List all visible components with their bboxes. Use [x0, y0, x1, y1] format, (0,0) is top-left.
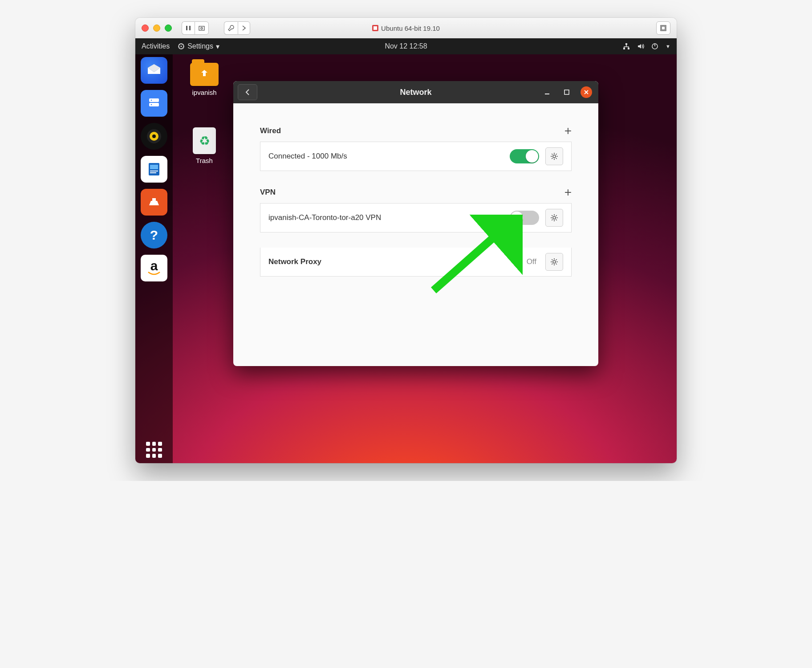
- network-proxy-row[interactable]: Network Proxy Off: [260, 248, 572, 277]
- close-icon[interactable]: [142, 24, 149, 32]
- svg-rect-5: [374, 26, 377, 30]
- maximize-button[interactable]: [561, 86, 572, 98]
- svg-rect-11: [623, 48, 625, 49]
- svg-rect-12: [628, 48, 629, 49]
- minimize-button[interactable]: [541, 86, 553, 98]
- menu-caret-icon[interactable]: ▼: [666, 44, 670, 49]
- svg-point-9: [181, 46, 182, 47]
- svg-point-29: [553, 216, 556, 219]
- svg-point-30: [553, 261, 556, 263]
- fullscreen-button[interactable]: [656, 21, 670, 35]
- dock-software[interactable]: [141, 189, 167, 216]
- wired-settings-button[interactable]: [545, 147, 563, 165]
- dock: ? a: [135, 54, 173, 463]
- proxy-row-label: Network Proxy: [268, 257, 520, 266]
- desktop-folder-label: ipvanish: [192, 89, 216, 96]
- dock-writer[interactable]: [141, 156, 167, 183]
- svg-rect-7: [662, 26, 665, 30]
- dock-amazon[interactable]: a: [141, 255, 167, 281]
- activities-button[interactable]: Activities: [142, 42, 170, 50]
- desktop-trash-label: Trash: [196, 157, 213, 164]
- minimize-icon[interactable]: [153, 24, 160, 32]
- svg-rect-1: [189, 26, 191, 30]
- ubuntu-desktop: Activities Settings ▾ Nov 12 12:58 ▼ ? a: [135, 38, 677, 463]
- desktop-trash[interactable]: ♻ Trash: [184, 127, 224, 164]
- desktop-icons: ipvanish ♻ Trash: [184, 63, 224, 164]
- zoom-icon[interactable]: [165, 24, 172, 32]
- wired-row-label: Connected - 1000 Mb/s: [268, 152, 503, 161]
- svg-rect-26: [545, 94, 549, 94]
- dock-help[interactable]: ?: [141, 222, 167, 248]
- volume-icon[interactable]: [637, 43, 644, 50]
- svg-rect-27: [564, 90, 569, 94]
- svg-point-20: [152, 134, 156, 138]
- settings-network-window: Network Wired + Connected - 1000 Mb/s: [233, 81, 598, 366]
- wired-heading: Wired: [260, 126, 281, 135]
- svg-rect-24: [150, 172, 156, 173]
- svg-point-16: [151, 100, 152, 101]
- svg-rect-0: [186, 26, 187, 30]
- trash-icon: ♻: [193, 127, 216, 154]
- svg-point-28: [553, 155, 556, 158]
- vpn-connection-row: ipvanish-CA-Toronto-tor-a20 VPN: [260, 203, 572, 232]
- wired-toggle[interactable]: [510, 149, 539, 163]
- app-menu[interactable]: Settings ▾: [178, 42, 219, 51]
- proxy-status: Off: [527, 257, 536, 266]
- dialog-header: Network: [233, 81, 598, 103]
- desktop-folder-ipvanish[interactable]: ipvanish: [184, 63, 224, 96]
- dock-files[interactable]: [141, 90, 167, 117]
- tools-button[interactable]: [224, 21, 238, 35]
- wired-connection-row: Connected - 1000 Mb/s: [260, 142, 572, 171]
- next-button[interactable]: [238, 21, 250, 35]
- proxy-settings-button[interactable]: [545, 253, 563, 271]
- vpn-heading: VPN: [260, 188, 276, 197]
- svg-rect-25: [152, 198, 156, 201]
- close-button[interactable]: [581, 86, 592, 98]
- power-icon[interactable]: [651, 43, 658, 50]
- dock-rhythmbox[interactable]: [141, 123, 167, 150]
- pause-button[interactable]: [182, 21, 195, 35]
- folder-icon: [190, 63, 219, 86]
- gnome-topbar: Activities Settings ▾ Nov 12 12:58 ▼: [135, 38, 677, 54]
- toolbar-group-2: [224, 21, 250, 35]
- snapshot-button[interactable]: [195, 21, 209, 35]
- mac-titlebar: Ubuntu 64-bit 19.10: [135, 18, 677, 39]
- toolbar-group: [182, 21, 209, 35]
- svg-rect-14: [149, 98, 159, 102]
- show-apps-button[interactable]: [141, 436, 167, 463]
- vpn-toggle[interactable]: [510, 211, 539, 225]
- add-vpn-button[interactable]: +: [564, 186, 572, 199]
- vm-host-window: Ubuntu 64-bit 19.10 Activities Settings …: [135, 18, 677, 463]
- traffic-lights: [142, 24, 172, 32]
- window-title: Ubuntu 64-bit 19.10: [135, 24, 677, 32]
- svg-point-17: [151, 104, 152, 106]
- network-icon[interactable]: [623, 43, 630, 50]
- dock-thunderbird[interactable]: [141, 57, 167, 84]
- svg-rect-15: [149, 103, 159, 106]
- svg-rect-22: [150, 165, 158, 169]
- back-button[interactable]: [238, 84, 257, 100]
- svg-point-3: [201, 28, 203, 29]
- svg-rect-10: [625, 43, 627, 45]
- svg-rect-4: [372, 25, 378, 31]
- add-wired-button[interactable]: +: [564, 125, 572, 137]
- svg-rect-23: [150, 171, 158, 171]
- vpn-settings-button[interactable]: [545, 209, 563, 227]
- svg-rect-2: [199, 26, 204, 30]
- vpn-row-label: ipvanish-CA-Toronto-tor-a20 VPN: [268, 213, 503, 222]
